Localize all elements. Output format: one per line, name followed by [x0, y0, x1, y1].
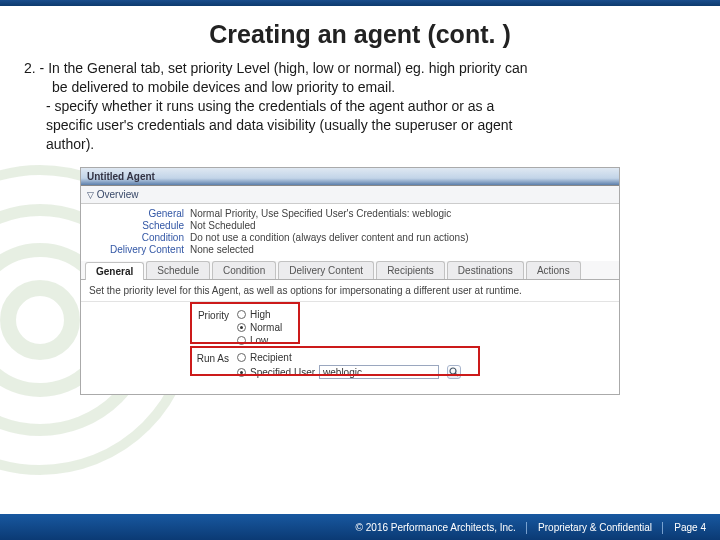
runas-user-input[interactable]: weblogic	[319, 365, 439, 379]
tab-bar: General Schedule Condition Delivery Cont…	[81, 261, 619, 280]
runas-group: Run As Recipient Specified User weblogic	[89, 351, 611, 380]
tab-schedule[interactable]: Schedule	[146, 261, 210, 279]
footer-separator: │	[660, 522, 666, 533]
bullet-line-2: be delivered to mobile devices and low p…	[24, 78, 690, 97]
overview-condition-label: Condition	[89, 232, 184, 243]
tab-recipients[interactable]: Recipients	[376, 261, 445, 279]
overview-condition-value: Do not use a condition (always deliver c…	[190, 232, 611, 243]
tab-condition[interactable]: Condition	[212, 261, 276, 279]
overview-delivery-value: None selected	[190, 244, 611, 255]
overview-delivery-label: Delivery Content	[89, 244, 184, 255]
bullet-line-1: - In the General tab, set priority Level…	[36, 60, 528, 76]
svg-point-3	[8, 288, 72, 352]
priority-group: Priority High Normal Low	[89, 308, 611, 347]
search-user-button[interactable]	[447, 365, 461, 379]
priority-option-low[interactable]: Low	[237, 334, 282, 347]
tab-general[interactable]: General	[85, 262, 144, 280]
general-tab-form: Priority High Normal Low Run As	[81, 302, 619, 394]
overview-general-value: Normal Priority, Use Specified User's Cr…	[190, 208, 611, 219]
radio-icon[interactable]	[237, 336, 246, 345]
priority-low-text: Low	[250, 335, 268, 346]
bullet-line-5: author).	[24, 135, 690, 154]
svg-line-5	[455, 374, 458, 377]
overview-schedule-label: Schedule	[89, 220, 184, 231]
runas-option-recipient[interactable]: Recipient	[237, 351, 461, 364]
window-title: Untitled Agent	[81, 168, 619, 186]
slide-footer: © 2016 Performance Architects, Inc. │ Pr…	[0, 514, 720, 540]
slide-body-text: 2. - In the General tab, set priority Le…	[0, 59, 720, 153]
priority-label: Priority	[89, 308, 229, 321]
footer-separator: │	[524, 522, 530, 533]
search-icon	[449, 367, 459, 377]
radio-icon[interactable]	[237, 353, 246, 362]
tab-description: Set the priority level for this Agent, a…	[81, 280, 619, 302]
embedded-screenshot: Untitled Agent ▽ Overview General Normal…	[80, 167, 620, 395]
overview-schedule-value: Not Scheduled	[190, 220, 611, 231]
priority-option-normal[interactable]: Normal	[237, 321, 282, 334]
tab-delivery-content[interactable]: Delivery Content	[278, 261, 374, 279]
runas-option-specified-user[interactable]: Specified User weblogic	[237, 364, 461, 380]
overview-grid: General Normal Priority, Use Specified U…	[81, 204, 619, 261]
runas-recipient-text: Recipient	[250, 352, 292, 363]
radio-icon[interactable]	[237, 323, 246, 332]
collapse-triangle-icon[interactable]: ▽	[87, 190, 94, 200]
bullet-line-4: specific user's credentials and data vis…	[24, 116, 690, 135]
priority-high-text: High	[250, 309, 271, 320]
tab-destinations[interactable]: Destinations	[447, 261, 524, 279]
footer-page: Page 4	[674, 522, 706, 533]
radio-icon[interactable]	[237, 368, 246, 377]
slide-title: Creating an agent (cont. )	[0, 6, 720, 59]
svg-point-4	[450, 368, 456, 374]
priority-option-high[interactable]: High	[237, 308, 282, 321]
bullet-number: 2.	[24, 60, 36, 76]
radio-icon[interactable]	[237, 310, 246, 319]
footer-copyright: © 2016 Performance Architects, Inc.	[356, 522, 516, 533]
priority-normal-text: Normal	[250, 322, 282, 333]
footer-confidential: Proprietary & Confidential	[538, 522, 652, 533]
overview-general-label: General	[89, 208, 184, 219]
runas-specified-text: Specified User	[250, 367, 315, 378]
overview-header[interactable]: ▽ Overview	[81, 186, 619, 204]
bullet-line-3: - specify whether it runs using the cred…	[24, 97, 690, 116]
overview-label: Overview	[97, 189, 139, 200]
tab-actions[interactable]: Actions	[526, 261, 581, 279]
runas-label: Run As	[89, 351, 229, 364]
